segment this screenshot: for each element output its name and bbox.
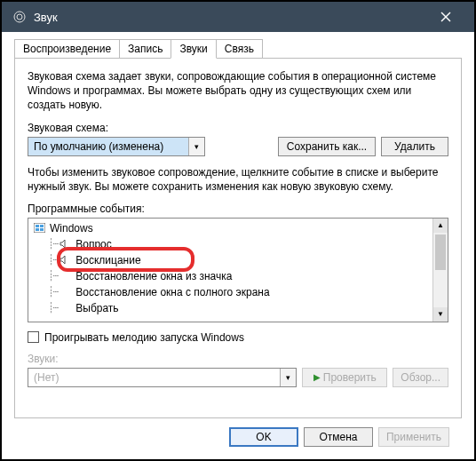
svg-rect-4 [34,223,45,233]
window-title: Звук [34,11,426,24]
tree-connector: ┊┄ [48,270,58,282]
chevron-down-icon: ▾ [188,138,204,155]
tree-item-label: Восклицание [75,254,140,266]
scroll-thumb[interactable] [435,234,446,270]
close-button[interactable] [426,2,465,32]
play-startup-checkbox[interactable] [28,331,39,343]
ok-button[interactable]: OK [229,427,298,447]
browse-button[interactable]: Обзор... [393,368,448,387]
tab-strip: Воспроизведение Запись Звуки Связь [14,37,462,59]
tree-item[interactable]: ┊┄ Восклицание [30,252,431,268]
sound-icon [12,10,27,24]
tab-playback[interactable]: Воспроизведение [14,39,120,59]
sounds-label: Звуки: [28,353,448,365]
scroll-down-icon[interactable]: ▼ [433,307,448,322]
tree-item-label: Восстановление окна с полного экрана [75,286,269,298]
svg-point-0 [14,12,25,22]
hint-text: Чтобы изменить звуковое сопровождение, щ… [28,165,448,194]
tab-communications[interactable]: Связь [216,39,263,59]
speaker-icon [60,239,72,249]
play-startup-label: Проигрывать мелодию запуска Windows [44,331,244,344]
tree-connector: ┊┄ [48,286,58,298]
tab-recording[interactable]: Запись [119,39,171,59]
tree-connector: ┊┄ [48,238,58,250]
scheme-value: По умолчанию (изменена) [28,138,188,155]
cancel-button[interactable]: Отмена [304,427,373,447]
sounds-panel: Звуковая схема задает звуки, сопровождаю… [14,59,462,418]
titlebar: Звук [2,2,474,32]
scheme-combo[interactable]: По умолчанию (изменена) ▾ [28,137,205,156]
svg-rect-7 [36,228,39,231]
save-as-button[interactable]: Сохранить как... [278,137,376,156]
tree-item-label: Вопрос [75,238,112,250]
sound-value: (Нет) [28,369,280,386]
scheme-label: Звуковая схема: [28,122,448,134]
tree-item[interactable]: ┊┄ Выбрать [30,300,431,316]
tree-item-label: Выбрать [75,302,118,314]
tree-connector: ┊┄ [48,302,58,314]
events-tree[interactable]: Windows ┊┄ Вопрос ┊┄ Восклицание ┊┄ [28,218,448,322]
tree-item[interactable]: ┊┄ Восстановление окна с полного экрана [30,284,431,300]
events-label: Программные события: [28,203,448,215]
tree-root[interactable]: Windows [30,220,431,236]
intro-text: Звуковая схема задает звуки, сопровождаю… [28,69,448,113]
chevron-down-icon: ▾ [280,369,296,386]
tree-item[interactable]: ┊┄ Вопрос [30,236,431,252]
dialog-footer: OK Отмена Применить [14,418,462,450]
tree-item-label: Восстановление окна из значка [75,270,232,282]
delete-button[interactable]: Удалить [381,137,448,156]
speaker-icon [60,255,72,265]
svg-rect-6 [40,225,44,227]
tree-connector: ┊┄ [48,254,58,266]
tree-root-label: Windows [50,222,93,234]
windows-icon [34,223,46,233]
sound-dialog: Звук Воспроизведение Запись Звуки Связь … [2,2,474,459]
tab-sounds[interactable]: Звуки [171,39,216,59]
test-button-label: Проверить [323,371,377,384]
play-icon: ▶ [313,372,321,382]
svg-point-1 [17,14,22,20]
scroll-up-icon[interactable]: ▲ [433,219,448,233]
tree-item[interactable]: ┊┄ Восстановление окна из значка [30,268,431,284]
sound-combo[interactable]: (Нет) ▾ [28,368,297,387]
tree-scrollbar[interactable]: ▲ ▼ [432,219,448,322]
svg-rect-5 [36,225,39,227]
svg-rect-8 [40,228,44,231]
apply-button[interactable]: Применить [378,427,449,447]
test-button[interactable]: ▶Проверить [302,368,387,387]
